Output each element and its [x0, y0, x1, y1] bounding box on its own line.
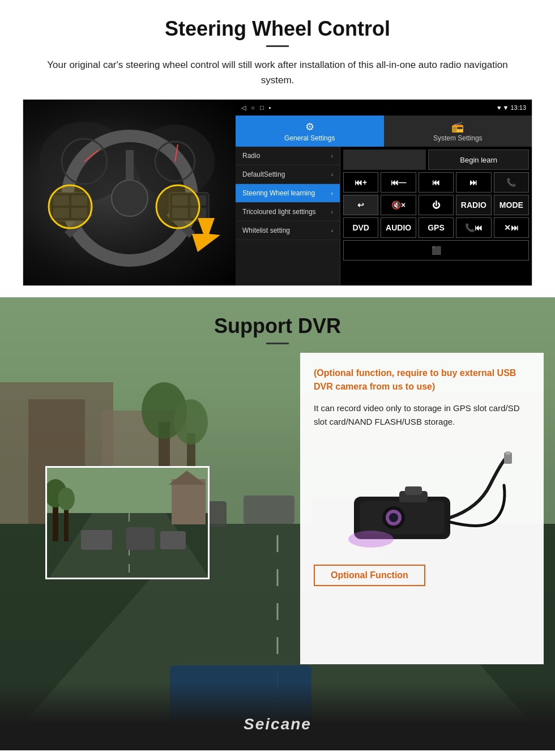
android-ui-panel: ◁ ○ □ ▪ ♥ ▼ 13:13 ⚙ General Settings 📻 S…: [236, 100, 532, 285]
page-title: Steering Wheel Control: [23, 17, 532, 41]
gear-icon: ⚙: [305, 121, 314, 133]
tab-general-label: General Settings: [284, 134, 335, 142]
thumb-scene-svg: [47, 468, 210, 579]
empty-cell: [343, 150, 426, 170]
dvr-info-card: (Optional function, require to buy exter…: [300, 353, 544, 664]
ctrl-btn-dvd[interactable]: DVD: [343, 217, 378, 238]
svg-point-3: [112, 180, 148, 216]
android-status-bar: ◁ ○ □ ▪ ♥ ▼ 13:13: [236, 100, 532, 116]
seicane-watermark: Seicane: [244, 715, 311, 733]
optional-function-badge: Optional Function: [314, 565, 425, 586]
dvr-optional-text: (Optional function, require to buy exter…: [314, 366, 530, 394]
settings-tabs: ⚙ General Settings 📻 System Settings: [236, 116, 532, 147]
dvr-section: Support DVR: [0, 297, 555, 750]
menu-item-steering-label: Steering Wheel learning: [242, 189, 315, 197]
menu-item-tricoloured-label: Tricoloured light settings: [242, 208, 316, 216]
svg-rect-59: [405, 486, 422, 495]
svg-rect-45: [160, 531, 186, 549]
chevron-right-icon: ›: [331, 153, 333, 159]
begin-learn-row: Begin learn: [343, 150, 529, 170]
dvr-camera-svg: [331, 440, 513, 553]
svg-rect-43: [81, 530, 112, 550]
menu-item-whitelist-label: Whitelist setting: [242, 227, 290, 234]
ctrl-btn-hangup[interactable]: ↩: [343, 195, 378, 215]
ctrl-btn-next[interactable]: ⏭: [456, 172, 491, 193]
ctrl-btn-phone-next[interactable]: ✕⏭: [494, 217, 529, 238]
topbar-nav-icons: ◁ ○ □ ▪: [241, 104, 271, 112]
svg-point-56: [389, 513, 398, 522]
control-row-2: ↩ 🔇× ⏻ RADIO MODE: [343, 195, 529, 215]
svg-marker-19: [192, 218, 220, 252]
tab-system-label: System Settings: [433, 134, 483, 142]
svg-rect-50: [172, 479, 206, 524]
ctrl-btn-radio[interactable]: RADIO: [456, 195, 491, 215]
topbar-status: ♥ ▼ 13:13: [497, 104, 526, 111]
dvr-camera-visual-area: [314, 440, 530, 553]
dvr-section-header: Support DVR: [0, 297, 555, 353]
ctrl-btn-mode[interactable]: MODE: [494, 195, 529, 215]
sw-background: [23, 100, 236, 285]
menu-item-radio-label: Radio: [242, 152, 260, 160]
menu-item-defaultsetting[interactable]: DefaultSetting ›: [236, 165, 340, 184]
control-buttons-panel: Begin learn ⏮+ ⏮— ⏮ ⏭ 📞 ↩ 🔇× ⏻: [340, 147, 532, 285]
ctrl-btn-gps[interactable]: GPS: [419, 217, 454, 238]
ctrl-btn-audio[interactable]: AUDIO: [381, 217, 416, 238]
control-row-4: ⬛: [343, 240, 529, 260]
ctrl-btn-vol-down[interactable]: ⏮—: [381, 172, 416, 193]
begin-learn-button[interactable]: Begin learn: [428, 150, 529, 170]
svg-point-17: [49, 185, 92, 228]
dvr-thumbnail-image: [45, 466, 210, 579]
chevron-right-icon: ›: [331, 209, 333, 215]
system-icon: 📻: [451, 121, 464, 133]
menu-item-tricoloured[interactable]: Tricoloured light settings ›: [236, 203, 340, 221]
ctrl-btn-mute[interactable]: 🔇×: [381, 195, 416, 215]
menu-item-radio[interactable]: Radio ›: [236, 147, 340, 165]
tab-general-settings[interactable]: ⚙ General Settings: [236, 116, 384, 147]
section-description: Your original car's steering wheel contr…: [45, 57, 510, 88]
dvr-body-text: It can record video only to storage in G…: [314, 402, 530, 429]
optional-function-badge-container: Optional Function: [314, 553, 530, 586]
svg-point-57: [348, 531, 394, 548]
ctrl-btn-power[interactable]: ⏻: [419, 195, 454, 215]
dvr-title: Support DVR: [0, 314, 555, 338]
svg-rect-61: [506, 451, 510, 455]
control-row-3: DVD AUDIO GPS 📞⏮ ✕⏭: [343, 217, 529, 238]
menu-item-whitelist[interactable]: Whitelist setting ›: [236, 221, 340, 240]
ctrl-btn-vol-up[interactable]: ⏮+: [343, 172, 378, 193]
chevron-right-icon: ›: [331, 172, 333, 178]
demo-box: ◁ ○ □ ▪ ♥ ▼ 13:13 ⚙ General Settings 📻 S…: [23, 99, 532, 286]
svg-point-49: [58, 488, 75, 510]
dvr-title-divider: [266, 343, 289, 344]
steering-wheel-svg: [33, 105, 226, 280]
menu-buttons-area: Radio › DefaultSetting › Steering Wheel …: [236, 147, 532, 285]
svg-point-18: [156, 185, 199, 228]
svg-rect-44: [126, 527, 155, 550]
menu-list: Radio › DefaultSetting › Steering Wheel …: [236, 147, 340, 285]
ctrl-btn-phone[interactable]: 📞: [494, 172, 529, 193]
steering-wheel-section: Steering Wheel Control Your original car…: [0, 0, 555, 297]
menu-item-defaultsetting-label: DefaultSetting: [242, 170, 285, 178]
thumb-scene-bg: [47, 468, 208, 578]
ctrl-btn-prev[interactable]: ⏮: [419, 172, 454, 193]
tab-system-settings[interactable]: 📻 System Settings: [384, 116, 532, 147]
title-divider: [266, 45, 289, 47]
chevron-right-icon: ›: [331, 190, 333, 197]
ctrl-btn-extra[interactable]: ⬛: [343, 240, 529, 260]
menu-item-steering[interactable]: Steering Wheel learning ›: [236, 184, 340, 203]
ctrl-btn-phone-prev[interactable]: 📞⏮: [456, 217, 491, 238]
chevron-right-icon: ›: [331, 228, 333, 234]
control-row-1: ⏮+ ⏮— ⏮ ⏭ 📞: [343, 172, 529, 193]
steering-wheel-image: [23, 100, 236, 285]
